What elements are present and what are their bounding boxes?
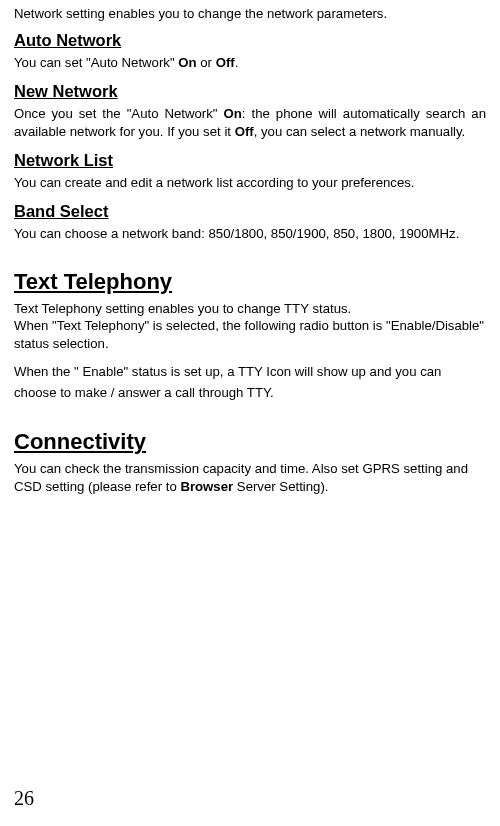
network-intro: Network setting enables you to change th… bbox=[14, 5, 486, 23]
connectivity-browser: Browser bbox=[180, 479, 233, 494]
new-network-pre1: Once you set the "Auto Network" bbox=[14, 106, 224, 121]
network-list-heading: Network List bbox=[14, 149, 486, 171]
band-select-heading: Band Select bbox=[14, 200, 486, 222]
text-telephony-body2: When the " Enable" status is set up, a T… bbox=[14, 361, 486, 403]
new-network-post1: , you can select a network manually. bbox=[254, 124, 466, 139]
connectivity-body: You can check the transmission capacity … bbox=[14, 460, 486, 496]
auto-network-post1: . bbox=[235, 55, 239, 70]
auto-network-on: On bbox=[178, 55, 196, 70]
auto-network-pre1: You can set "Auto Network" bbox=[14, 55, 178, 70]
connectivity-post1: Server Setting). bbox=[233, 479, 328, 494]
new-network-body: Once you set the "Auto Network" On: the … bbox=[14, 105, 486, 141]
new-network-off: Off bbox=[235, 124, 254, 139]
network-list-body: You can create and edit a network list a… bbox=[14, 174, 486, 192]
text-telephony-heading: Text Telephony bbox=[14, 267, 486, 297]
new-network-on: On bbox=[224, 106, 242, 121]
text-telephony-body1: Text Telephony setting enables you to ch… bbox=[14, 300, 486, 353]
connectivity-heading: Connectivity bbox=[14, 427, 486, 457]
band-select-body: You can choose a network band: 850/1800,… bbox=[14, 225, 486, 243]
auto-network-off: Off bbox=[216, 55, 235, 70]
page-number: 26 bbox=[14, 785, 34, 812]
auto-network-body: You can set "Auto Network" On or Off. bbox=[14, 54, 486, 72]
new-network-heading: New Network bbox=[14, 80, 486, 102]
auto-network-heading: Auto Network bbox=[14, 29, 486, 51]
auto-network-mid1: or bbox=[197, 55, 216, 70]
